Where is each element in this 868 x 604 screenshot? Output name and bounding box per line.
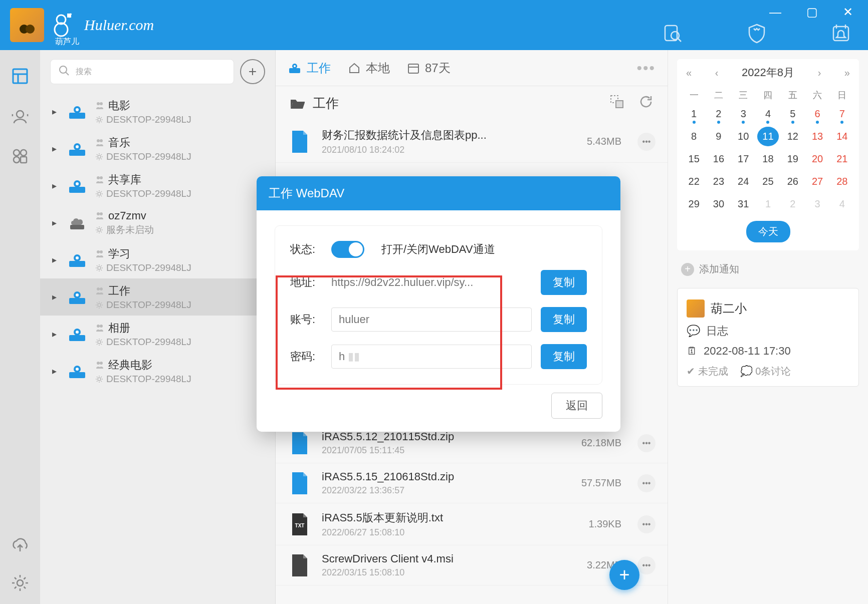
cal-day[interactable]: 12: [782, 127, 803, 146]
file-row[interactable]: 财务汇报数据统计及信息图表pp...2021/08/10 18:24:025.4…: [276, 121, 668, 163]
expand-icon[interactable]: ▸: [52, 366, 59, 377]
cal-day[interactable]: 6: [806, 104, 828, 124]
cal-day[interactable]: 4: [831, 194, 853, 214]
cal-day[interactable]: 20: [806, 149, 828, 169]
cal-day[interactable]: 11: [757, 127, 779, 146]
file-more-icon[interactable]: •••: [637, 474, 656, 492]
expand-icon[interactable]: ▸: [52, 291, 59, 303]
svg-rect-61: [69, 372, 85, 378]
expand-icon[interactable]: ▸: [52, 217, 59, 228]
global-search-icon[interactable]: [661, 21, 685, 45]
cal-day[interactable]: 1: [683, 104, 705, 124]
svg-point-14: [14, 150, 20, 156]
cal-day[interactable]: 27: [806, 172, 828, 191]
file-more-icon[interactable]: •••: [637, 133, 656, 151]
tab-days[interactable]: 87天: [407, 60, 451, 76]
cal-day[interactable]: 19: [782, 149, 803, 169]
cal-prev-year[interactable]: «: [686, 67, 692, 79]
cal-day[interactable]: 23: [708, 172, 729, 191]
tab-work[interactable]: 工作: [288, 60, 331, 76]
rail-apps-icon[interactable]: [9, 145, 31, 167]
cal-prev-month[interactable]: ‹: [715, 67, 719, 79]
file-type-icon: TXT: [288, 512, 312, 536]
add-button[interactable]: +: [240, 59, 265, 84]
expand-icon[interactable]: ▸: [52, 329, 59, 340]
cal-day[interactable]: 3: [806, 194, 828, 214]
sidebar-item-0[interactable]: ▸电影DESKTOP-29948LJ: [40, 93, 275, 130]
cal-day[interactable]: 16: [708, 149, 729, 169]
cal-next-year[interactable]: »: [844, 67, 850, 79]
sidebar-item-1[interactable]: ▸音乐DESKTOP-29948LJ: [40, 130, 275, 167]
expand-icon[interactable]: ▸: [52, 106, 59, 117]
cal-day[interactable]: 8: [683, 127, 705, 146]
cal-day[interactable]: 7: [831, 104, 853, 124]
drive-icon: [66, 287, 88, 307]
minimize-button[interactable]: —: [769, 5, 781, 19]
calendar-bell-icon[interactable]: [829, 21, 853, 45]
sidebar-item-4[interactable]: ▸学习DESKTOP-29948LJ: [40, 241, 275, 278]
sidebar-item-7[interactable]: ▸经典电影DESKTOP-29948LJ: [40, 353, 275, 390]
cal-day[interactable]: 4: [757, 104, 779, 124]
cal-day[interactable]: 29: [683, 194, 705, 214]
file-more-icon[interactable]: •••: [637, 556, 656, 574]
file-more-icon[interactable]: •••: [637, 434, 656, 452]
back-button[interactable]: 返回: [551, 393, 602, 419]
copy-addr-button[interactable]: 复制: [541, 270, 587, 295]
cal-day[interactable]: 28: [831, 172, 853, 191]
expand-icon[interactable]: ▸: [52, 143, 59, 154]
cal-next-month[interactable]: ›: [818, 67, 821, 79]
refresh-icon[interactable]: [638, 94, 654, 113]
cal-day[interactable]: 30: [708, 194, 729, 214]
cal-day[interactable]: 26: [782, 172, 803, 191]
cal-day[interactable]: 25: [757, 172, 779, 191]
rail-settings-icon[interactable]: [9, 572, 31, 594]
fab-add-button[interactable]: +: [609, 560, 639, 590]
file-row[interactable]: ScrewDrivers Client v4.msi2022/03/15 15:…: [276, 545, 668, 585]
toggle-text: 打开/关闭WebDAV通道: [381, 242, 495, 257]
pass-field[interactable]: h▮▮: [331, 345, 532, 369]
cal-day[interactable]: 3: [733, 104, 754, 124]
cal-day[interactable]: 22: [683, 172, 705, 191]
file-more-icon[interactable]: •••: [637, 515, 656, 533]
rail-cloud-upload-icon[interactable]: [9, 535, 31, 557]
search-input[interactable]: 搜索: [50, 59, 234, 84]
user-field[interactable]: huluer: [331, 308, 532, 332]
cal-day[interactable]: 1: [757, 194, 779, 214]
tab-local[interactable]: 本地: [348, 60, 390, 76]
cal-day[interactable]: 15: [683, 149, 705, 169]
add-notice[interactable]: + 添加通知: [677, 259, 859, 279]
rail-contacts-icon[interactable]: [9, 105, 31, 127]
sidebar-item-3[interactable]: ▸oz7zmv服务未启动: [40, 204, 275, 241]
event-card[interactable]: 葫二小 💬日志 🗓2022-08-11 17:30 ✔ 未完成 💭 0条讨论: [677, 288, 859, 387]
today-button[interactable]: 今天: [746, 221, 790, 242]
tabs-more-icon[interactable]: •••: [636, 60, 656, 77]
cal-day[interactable]: 14: [831, 127, 853, 146]
sidebar-item-2[interactable]: ▸共享库DESKTOP-29948LJ: [40, 167, 275, 204]
addr-value: https://9d2v22.huluer.vip/sy...: [331, 270, 532, 294]
file-row[interactable]: TXTiRAS5.5版本更新说明.txt2022/06/27 15:08:101…: [276, 503, 668, 545]
webdav-toggle[interactable]: [331, 241, 364, 258]
select-mode-icon[interactable]: [609, 94, 624, 113]
cal-day[interactable]: 24: [733, 172, 754, 191]
sidebar-item-6[interactable]: ▸相册DESKTOP-29948LJ: [40, 316, 275, 353]
cal-day[interactable]: 2: [782, 194, 803, 214]
copy-user-button[interactable]: 复制: [541, 307, 587, 332]
cal-day[interactable]: 2: [708, 104, 729, 124]
cal-day[interactable]: 5: [782, 104, 803, 124]
cal-day[interactable]: 18: [757, 149, 779, 169]
file-row[interactable]: iRAS5.5.15_210618Std.zip2022/03/22 13:36…: [276, 463, 668, 503]
expand-icon[interactable]: ▸: [52, 180, 59, 191]
expand-icon[interactable]: ▸: [52, 254, 59, 265]
cal-day[interactable]: 13: [806, 127, 828, 146]
copy-pass-button[interactable]: 复制: [541, 344, 587, 369]
sidebar-item-5[interactable]: ▸工作DESKTOP-29948LJ: [40, 278, 275, 316]
cal-day[interactable]: 17: [733, 149, 754, 169]
close-button[interactable]: ✕: [843, 5, 853, 19]
rail-home-icon[interactable]: [9, 65, 31, 87]
maximize-button[interactable]: ▢: [806, 5, 818, 19]
cal-day[interactable]: 21: [831, 149, 853, 169]
shield-icon[interactable]: [745, 21, 769, 45]
cal-day[interactable]: 31: [733, 194, 754, 214]
cal-day[interactable]: 10: [733, 127, 754, 146]
cal-day[interactable]: 9: [708, 127, 729, 146]
